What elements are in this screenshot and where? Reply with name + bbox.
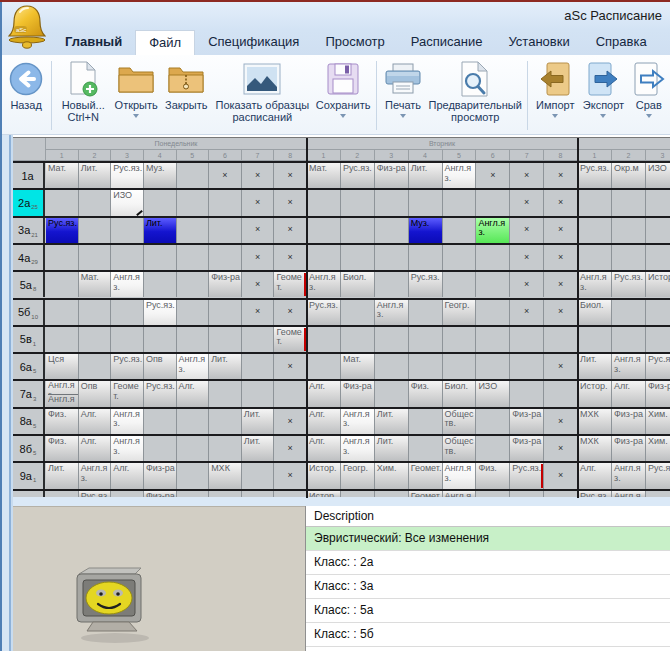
- timetable-cell[interactable]: [144, 436, 177, 461]
- timetable-cell[interactable]: Рус.яз.: [111, 163, 144, 188]
- timetable-cell[interactable]: ×: [510, 218, 544, 243]
- timetable-cell[interactable]: Хим.: [646, 436, 670, 461]
- timetable-cell[interactable]: ×: [476, 163, 510, 188]
- timetable-cell[interactable]: [209, 190, 242, 215]
- timetable-cell[interactable]: Геомет.: [274, 272, 307, 297]
- timetable-cell[interactable]: Биол.: [578, 300, 612, 325]
- menu-tab-файл[interactable]: Файл: [135, 30, 195, 55]
- timetable-cell[interactable]: Рус.яз.: [46, 218, 79, 243]
- timetable-cell[interactable]: [111, 245, 144, 270]
- timetable-cell[interactable]: Истор.: [307, 463, 341, 488]
- timetable-cell[interactable]: [375, 272, 409, 297]
- timetable-cell[interactable]: Англ.яз.: [476, 218, 510, 243]
- timetable-cell[interactable]: [443, 272, 477, 297]
- timetable-cell[interactable]: [443, 190, 477, 215]
- timetable-cell[interactable]: [375, 245, 409, 270]
- timetable-cell[interactable]: [476, 409, 510, 434]
- timetable-cell[interactable]: [46, 300, 79, 325]
- timetable-cell[interactable]: ×: [242, 163, 275, 188]
- timetable-cell[interactable]: [111, 300, 144, 325]
- dropdown-caret-icon[interactable]: [133, 114, 139, 118]
- timetable-cell[interactable]: Физ.: [409, 381, 443, 406]
- timetable-cell[interactable]: Муз.: [409, 218, 443, 243]
- toolbar-button-печать[interactable]: Печать: [380, 57, 426, 134]
- timetable-cell[interactable]: ×: [544, 409, 578, 434]
- timetable-cell[interactable]: Хим.: [375, 463, 409, 488]
- row-label[interactable]: 6а5: [13, 354, 45, 379]
- timetable-cell[interactable]: [79, 190, 112, 215]
- timetable-cell[interactable]: Физ-ра: [341, 381, 375, 406]
- timetable-cell[interactable]: Мат.: [79, 272, 112, 297]
- timetable-cell[interactable]: [476, 245, 510, 270]
- timetable-cell[interactable]: Истор.: [646, 272, 670, 297]
- timetable-cell[interactable]: [646, 218, 670, 243]
- timetable-cell[interactable]: Геомет.: [111, 381, 144, 406]
- timetable-cell[interactable]: Хим.: [646, 409, 670, 434]
- timetable-cell[interactable]: Лит.: [242, 409, 275, 434]
- timetable-cell[interactable]: ×: [209, 163, 242, 188]
- timetable-cell[interactable]: Рус.яз.: [111, 354, 144, 379]
- row-label[interactable]: 5в1: [13, 327, 45, 352]
- timetable-cell[interactable]: [79, 218, 112, 243]
- row-label[interactable]: 5а8: [13, 272, 45, 297]
- timetable-cell[interactable]: Лит.: [409, 163, 443, 188]
- timetable-cell[interactable]: ×: [274, 218, 307, 243]
- timetable-cell[interactable]: [274, 381, 307, 406]
- description-row[interactable]: Эвристический: Все изменения: [306, 527, 670, 551]
- timetable-cell[interactable]: Окр.м: [612, 163, 646, 188]
- timetable-cell[interactable]: ×: [274, 436, 307, 461]
- timetable-cell[interactable]: [510, 381, 544, 406]
- row-label[interactable]: 7а3: [13, 381, 45, 406]
- timetable-cell[interactable]: [612, 218, 646, 243]
- timetable-cell[interactable]: [510, 327, 544, 352]
- description-row[interactable]: Класс: : 5б: [306, 623, 670, 647]
- timetable-cell[interactable]: [144, 327, 177, 352]
- timetable-cell[interactable]: [79, 245, 112, 270]
- timetable-cell[interactable]: Мат.: [341, 354, 375, 379]
- timetable-cell[interactable]: [612, 327, 646, 352]
- toolbar-button-предварительный[interactable]: Предварительный просмотр: [426, 57, 524, 134]
- timetable-cell[interactable]: [646, 327, 670, 352]
- timetable-cell[interactable]: Цся: [46, 354, 79, 379]
- timetable-cell[interactable]: [79, 327, 112, 352]
- timetable-cell[interactable]: [177, 218, 210, 243]
- toolbar-button-сохранить[interactable]: Сохранить: [313, 57, 373, 134]
- timetable-cell[interactable]: МХК: [578, 409, 612, 434]
- timetable-cell[interactable]: Физ.: [46, 409, 79, 434]
- description-row[interactable]: Класс: : 5а: [306, 599, 670, 623]
- timetable-cell[interactable]: ×: [274, 300, 307, 325]
- timetable-cell[interactable]: ИЗО: [476, 381, 510, 406]
- timetable-cell[interactable]: Алг.: [578, 463, 612, 488]
- timetable-cell[interactable]: Рус.яз.: [578, 163, 612, 188]
- timetable-cell[interactable]: ×: [510, 163, 544, 188]
- timetable-cell[interactable]: Алг.: [111, 463, 144, 488]
- timetable-cell[interactable]: [209, 300, 242, 325]
- timetable-cell[interactable]: Англ.яз.: [443, 163, 477, 188]
- timetable-cell[interactable]: [476, 327, 510, 352]
- timetable-cell[interactable]: [375, 190, 409, 215]
- toolbar-button-срав[interactable]: Срав: [628, 57, 670, 134]
- menu-tab-просмотр[interactable]: Просмотр: [312, 30, 397, 55]
- menu-tab-установки[interactable]: Установки: [495, 30, 582, 55]
- timetable-cell[interactable]: Мат.: [46, 163, 79, 188]
- row-label[interactable]: 4а29: [13, 245, 45, 270]
- timetable-cell[interactable]: [409, 436, 443, 461]
- timetable-cell[interactable]: [177, 300, 210, 325]
- toolbar-button-показать-образцы[interactable]: Показать образцы расписаний: [211, 57, 313, 134]
- timetable-cell[interactable]: ×: [544, 163, 578, 188]
- timetable-cell[interactable]: [46, 272, 79, 297]
- timetable-cell[interactable]: [409, 190, 443, 215]
- timetable-cell[interactable]: [177, 327, 210, 352]
- timetable-cell[interactable]: [409, 300, 443, 325]
- timetable-cell[interactable]: Англ.яз.: [111, 436, 144, 461]
- timetable-cell[interactable]: Физ.: [46, 436, 79, 461]
- timetable-cell[interactable]: Муз.: [144, 163, 177, 188]
- timetable-cell[interactable]: Рус.яз.: [409, 272, 443, 297]
- timetable-cell[interactable]: [476, 300, 510, 325]
- timetable-cell[interactable]: ×: [510, 300, 544, 325]
- timetable-cell[interactable]: ×: [544, 354, 578, 379]
- timetable-cell[interactable]: [341, 327, 375, 352]
- timetable-cell[interactable]: Опв: [79, 381, 112, 406]
- timetable-cell[interactable]: [209, 381, 242, 406]
- timetable-cell[interactable]: [646, 190, 670, 215]
